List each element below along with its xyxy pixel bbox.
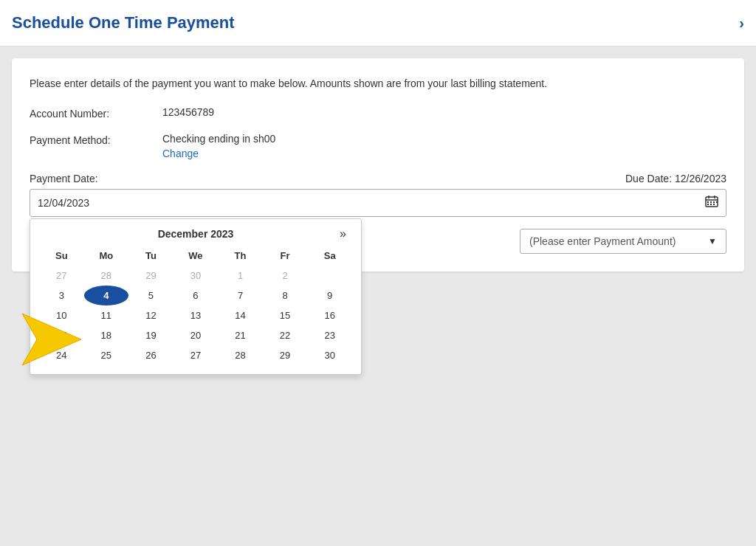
calendar-icon[interactable] — [698, 190, 726, 216]
calendar-day-cell[interactable]: 15 — [263, 305, 308, 325]
main-content: Please enter details of the payment you … — [0, 46, 756, 283]
calendar-day-cell[interactable]: 28 — [218, 345, 263, 365]
calendar-day-cell[interactable]: 30 — [173, 266, 219, 286]
calendar-day-cell[interactable]: 6 — [173, 286, 219, 305]
calendar-day-header: Mo — [84, 247, 129, 266]
info-text: Please enter details of the payment you … — [30, 76, 726, 91]
calendar-grid: SuMoTuWeThFrSa 2728293012345678910111213… — [39, 247, 352, 365]
calendar-day-cell[interactable]: 29 — [263, 345, 308, 365]
calendar-month-year: December 2023 — [39, 228, 352, 240]
date-input-wrapper — [30, 189, 726, 217]
payment-date-label: Payment Date: — [30, 173, 98, 184]
calendar-day-cell[interactable]: 28 — [84, 266, 129, 286]
calendar-day-cell[interactable]: 18 — [84, 325, 129, 345]
payment-method-section: Checking ending in sh00 Change — [162, 133, 275, 159]
calendar-day-cell[interactable]: 14 — [218, 305, 263, 325]
calendar-day-cell[interactable]: 5 — [128, 286, 173, 305]
calendar-dropdown: December 2023 » SuMoTuWeThFrSa 272829301… — [30, 218, 362, 375]
dropdown-arrow-icon: ▼ — [708, 236, 717, 246]
calendar-next-icon[interactable]: » — [334, 227, 352, 241]
calendar-week-row: 24252627282930 — [39, 345, 352, 365]
account-value: 123456789 — [162, 106, 214, 118]
svg-rect-10 — [713, 204, 715, 205]
page-title: Schedule One Time Payment — [12, 13, 235, 32]
calendar-day-cell[interactable]: 16 — [307, 305, 352, 325]
calendar-day-cell[interactable]: 29 — [128, 266, 173, 286]
calendar-day-header: Sa — [307, 247, 352, 266]
calendar-day-header: Tu — [128, 247, 173, 266]
page-header: Schedule One Time Payment › — [0, 0, 756, 46]
calendar-day-cell[interactable]: 21 — [218, 325, 263, 345]
payment-method-value: Checking ending in sh00 — [162, 133, 275, 145]
calendar-week-row: 17181920212223 — [39, 325, 352, 345]
calendar-day-cell[interactable]: 13 — [173, 305, 219, 325]
payment-amount-placeholder: (Please enter Payment Amount) — [529, 235, 676, 247]
account-row: Account Number: 123456789 — [30, 106, 726, 120]
svg-rect-7 — [716, 201, 718, 203]
calendar-day-cell[interactable]: 8 — [263, 286, 308, 305]
calendar-week-row: 3456789 — [39, 286, 352, 305]
svg-rect-5 — [710, 201, 712, 203]
calendar-day-cell[interactable]: 27 — [39, 266, 84, 286]
calendar-days-header: SuMoTuWeThFrSa — [39, 247, 352, 266]
calendar-day-cell[interactable]: 7 — [218, 286, 263, 305]
date-input-container: December 2023 » SuMoTuWeThFrSa 272829301… — [30, 189, 726, 217]
account-label: Account Number: — [30, 106, 162, 120]
calendar-day-header: We — [173, 247, 219, 266]
calendar-day-cell[interactable]: 27 — [173, 345, 219, 365]
calendar-week-row: 10111213141516 — [39, 305, 352, 325]
payment-date-section: Payment Date: Due Date: 12/26/2023 — [30, 173, 726, 217]
calendar-day-cell[interactable]: 17 — [39, 325, 84, 345]
calendar-day-cell[interactable]: 30 — [307, 345, 352, 365]
calendar-day-cell[interactable]: 22 — [263, 325, 308, 345]
calendar-day-cell[interactable]: 11 — [84, 305, 129, 325]
calendar-day-header: Su — [39, 247, 84, 266]
change-payment-method-link[interactable]: Change — [162, 148, 275, 159]
date-row-header: Payment Date: Due Date: 12/26/2023 — [30, 173, 726, 184]
due-date-text: Due Date: 12/26/2023 — [625, 173, 726, 184]
calendar-day-cell[interactable]: 10 — [39, 305, 84, 325]
payment-date-input[interactable] — [30, 191, 698, 215]
calendar-day-cell[interactable]: 25 — [84, 345, 129, 365]
calendar-day-header: Fr — [263, 247, 308, 266]
calendar-day-cell[interactable]: 1 — [218, 266, 263, 286]
calendar-day-cell[interactable]: 2 — [263, 266, 308, 286]
calendar-day-cell[interactable]: 24 — [39, 345, 84, 365]
calendar-day-cell[interactable]: 12 — [128, 305, 173, 325]
payment-amount-dropdown[interactable]: (Please enter Payment Amount) ▼ — [520, 229, 726, 254]
calendar-day-cell — [307, 266, 352, 286]
payment-method-row: Payment Method: Checking ending in sh00 … — [30, 133, 726, 159]
calendar-day-header: Th — [218, 247, 263, 266]
svg-rect-8 — [707, 204, 709, 205]
calendar-week-row: 2728293012 — [39, 266, 352, 286]
svg-rect-4 — [707, 201, 709, 203]
page-wrapper: Schedule One Time Payment › Please enter… — [0, 0, 756, 283]
calendar-day-cell[interactable]: 20 — [173, 325, 219, 345]
calendar-body: 2728293012345678910111213141516171819202… — [39, 266, 352, 365]
payment-card: Please enter details of the payment you … — [12, 58, 744, 272]
svg-rect-9 — [710, 204, 712, 205]
payment-method-label: Payment Method: — [30, 133, 162, 146]
calendar-day-cell[interactable]: 19 — [128, 325, 173, 345]
calendar-day-cell[interactable]: 9 — [307, 286, 352, 305]
svg-rect-6 — [713, 201, 715, 203]
calendar-day-cell[interactable]: 23 — [307, 325, 352, 345]
header-chevron-icon[interactable]: › — [739, 15, 744, 32]
calendar-day-cell[interactable]: 26 — [128, 345, 173, 365]
calendar-day-cell[interactable]: 4 — [84, 286, 129, 305]
calendar-day-cell[interactable]: 3 — [39, 286, 84, 305]
calendar-header: December 2023 » — [39, 228, 352, 240]
